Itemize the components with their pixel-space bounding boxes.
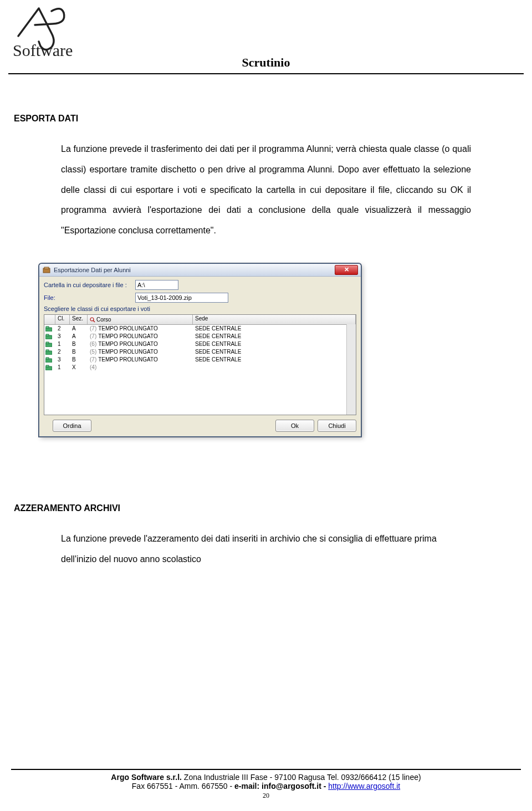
table-row[interactable]: 2A(7)TEMPO PROLUNGATOSEDE CENTRALE	[44, 325, 356, 333]
cell-sez: X	[70, 364, 88, 371]
body-paragraph: La funzione prevede il trasferimento dei…	[61, 139, 471, 241]
cell-sede: SEDE CENTRALE	[193, 333, 356, 340]
cell-sede: SEDE CENTRALE	[193, 325, 356, 333]
row-icon	[44, 325, 55, 333]
table-row[interactable]: 2B(5)TEMPO PROLUNGATOSEDE CENTRALE	[44, 348, 356, 356]
grid-header-icon	[44, 315, 55, 324]
dialog-title: Esportazione Dati per Alunni	[54, 267, 335, 273]
cell-corso: (6)TEMPO PROLUNGATO	[88, 340, 193, 348]
cell-corso: (5)TEMPO PROLUNGATO	[88, 348, 193, 356]
grid-header-sede: Sede	[193, 315, 356, 324]
cell-cl: 3	[55, 333, 70, 340]
cell-sede: SEDE CENTRALE	[193, 356, 356, 364]
svg-rect-9	[46, 342, 49, 344]
cell-sez: A	[70, 325, 88, 333]
cell-sede: SEDE CENTRALE	[193, 340, 356, 348]
cell-sez: A	[70, 333, 88, 340]
header-divider	[8, 73, 524, 74]
footer-divider	[11, 769, 521, 770]
footer-line1-rest: Zona Industriale III Fase - 97100 Ragusa…	[182, 773, 421, 782]
page-title: Scrutinio	[242, 55, 290, 70]
svg-rect-5	[46, 327, 49, 328]
svg-rect-13	[46, 358, 49, 359]
footer-line1: Argo Software s.r.l. Zona Industriale II…	[11, 773, 521, 782]
ok-button[interactable]: Ok	[275, 420, 314, 432]
footer-line2b: e-mail: info@argosoft.it -	[234, 782, 328, 790]
grid-header-sez: Sez.	[70, 315, 88, 324]
cell-cl: 1	[55, 340, 70, 348]
footer-line2a: Fax 667551 - Amm. 667550 -	[132, 782, 234, 790]
page-number: 20	[11, 792, 521, 800]
argo-logo: Software	[8, 3, 86, 64]
file-label: File:	[44, 294, 135, 301]
svg-rect-11	[46, 350, 49, 351]
app-icon	[43, 266, 50, 274]
grid-header-corso: Corso	[88, 315, 193, 324]
table-row[interactable]: 3A(7)TEMPO PROLUNGATOSEDE CENTRALE	[44, 333, 356, 340]
grid-header-row: Cl. Sez. Corso Sede	[44, 315, 356, 325]
cell-corso: (7)TEMPO PROLUNGATO	[88, 356, 193, 364]
magnifier-icon	[90, 317, 95, 323]
grid-header-corso-label: Corso	[96, 317, 111, 323]
table-row[interactable]: 1B(6)TEMPO PROLUNGATOSEDE CENTRALE	[44, 340, 356, 348]
logo-text: Software	[13, 41, 73, 59]
row-icon	[44, 333, 55, 340]
cell-cl: 3	[55, 356, 70, 364]
svg-line-3	[93, 320, 95, 322]
class-grid[interactable]: Cl. Sez. Corso Sede 2A(7)TEMPO PROLUNGAT…	[44, 314, 356, 415]
grid-scrollbar[interactable]	[346, 324, 356, 415]
path-input[interactable]	[135, 280, 178, 290]
cell-cl: 2	[55, 325, 70, 333]
svg-rect-1	[44, 267, 49, 269]
ordina-button[interactable]: Ordina	[53, 420, 91, 432]
cell-cl: 1	[55, 364, 70, 371]
export-dialog: Esportazione Dati per Alunni ✕ Cartella …	[39, 263, 361, 437]
file-input[interactable]	[135, 293, 228, 303]
grid-caption: Scegliere le classi di cui esportare i v…	[44, 305, 356, 312]
footer-company: Argo Software s.r.l.	[111, 773, 182, 782]
cell-corso: (7)TEMPO PROLUNGATO	[88, 333, 193, 340]
section-heading-esporta: ESPORTA DATI	[14, 114, 471, 124]
row-icon	[44, 356, 55, 364]
footer-link[interactable]: http://www.argosoft.it	[328, 782, 400, 790]
dialog-titlebar: Esportazione Dati per Alunni ✕	[39, 264, 361, 277]
cell-cl: 2	[55, 348, 70, 356]
cell-corso: (4)	[88, 364, 193, 371]
chiudi-button[interactable]: Chiudi	[318, 420, 356, 432]
footer-line2: Fax 667551 - Amm. 667550 - e-mail: info@…	[11, 782, 521, 790]
row-icon	[44, 364, 55, 371]
grid-header-cl: Cl.	[55, 315, 70, 324]
cell-sez: B	[70, 348, 88, 356]
body-paragraph: La funzione prevede l'azzeramento dei da…	[61, 529, 471, 570]
cell-corso: (7)TEMPO PROLUNGATO	[88, 325, 193, 333]
svg-rect-7	[46, 334, 49, 336]
cell-sede	[193, 364, 356, 371]
cell-sede: SEDE CENTRALE	[193, 348, 356, 356]
section-heading-azzeramento: AZZERAMENTO ARCHIVI	[14, 503, 471, 513]
close-icon: ✕	[344, 267, 349, 273]
page-footer: Argo Software s.r.l. Zona Industriale II…	[11, 769, 521, 800]
svg-point-2	[90, 318, 94, 321]
close-button[interactable]: ✕	[335, 265, 358, 275]
page-header: Software Scrutinio	[61, 0, 471, 86]
svg-rect-15	[46, 365, 49, 367]
table-row[interactable]: 3B(7)TEMPO PROLUNGATOSEDE CENTRALE	[44, 356, 356, 364]
cell-sez: B	[70, 340, 88, 348]
cell-sez: B	[70, 356, 88, 364]
row-icon	[44, 340, 55, 348]
path-label: Cartella in cui depositare i file :	[44, 282, 135, 288]
table-row[interactable]: 1X(4)	[44, 364, 356, 371]
row-icon	[44, 348, 55, 356]
